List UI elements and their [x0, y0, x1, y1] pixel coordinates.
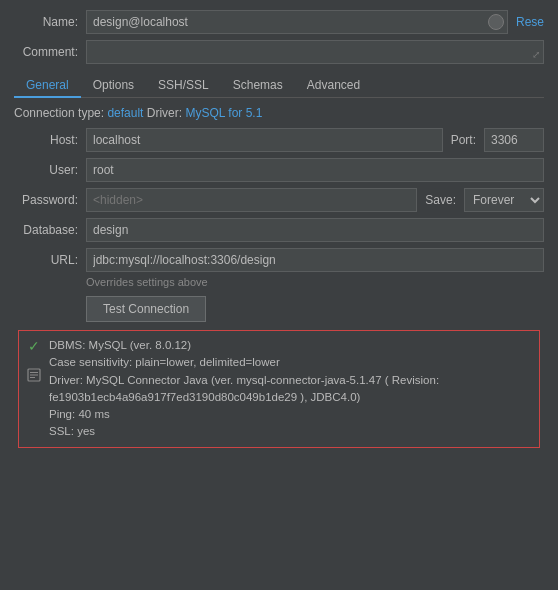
comment-input[interactable] [86, 40, 544, 64]
driver-prefix: Driver: [143, 106, 185, 120]
tab-general[interactable]: General [14, 74, 81, 98]
result-line3: Driver: MySQL Connector Java (ver. mysql… [49, 372, 531, 407]
url-label: URL: [14, 253, 86, 267]
result-line4: Ping: 40 ms [49, 406, 531, 423]
port-label: Port: [451, 133, 476, 147]
user-row: User: [14, 158, 544, 182]
comment-row: Comment: ⤢ [14, 40, 544, 64]
result-line1: DBMS: MySQL (ver. 8.0.12) [49, 337, 531, 354]
database-row: Database: [14, 218, 544, 242]
conn-type-label: Connection type: [14, 106, 107, 120]
svg-rect-3 [30, 377, 35, 378]
host-input[interactable] [86, 128, 443, 152]
name-clear-button[interactable] [488, 14, 504, 30]
save-select[interactable]: Forever Session Never [464, 188, 544, 212]
password-label: Password: [14, 193, 86, 207]
dialog: Name: Rese Comment: ⤢ General Options SS… [0, 0, 558, 590]
user-label: User: [14, 163, 86, 177]
host-label: Host: [14, 133, 86, 147]
user-input[interactable] [86, 158, 544, 182]
comment-label: Comment: [14, 45, 86, 59]
result-icons: ✓ [27, 337, 41, 385]
tabs: General Options SSH/SSL Schemas Advanced [14, 74, 544, 98]
save-label: Save: [425, 193, 456, 207]
conn-type-value: default [107, 106, 143, 120]
name-label: Name: [14, 15, 86, 29]
reset-link[interactable]: Rese [516, 15, 544, 29]
name-input-wrap [86, 10, 508, 34]
tab-advanced[interactable]: Advanced [295, 74, 372, 98]
info-icon [27, 368, 41, 385]
expand-icon[interactable]: ⤢ [532, 49, 540, 60]
name-input[interactable] [86, 10, 508, 34]
result-text: DBMS: MySQL (ver. 8.0.12) Case sensitivi… [49, 337, 531, 441]
tab-sshssl[interactable]: SSH/SSL [146, 74, 221, 98]
svg-rect-2 [30, 375, 38, 376]
comment-input-wrap: ⤢ [86, 40, 544, 64]
result-line2: Case sensitivity: plain=lower, delimited… [49, 354, 531, 371]
host-port-row: Host: Port: [14, 128, 544, 152]
check-icon: ✓ [28, 338, 40, 354]
driver-value: MySQL for 5.1 [185, 106, 262, 120]
url-subtext: Overrides settings above [86, 276, 544, 288]
database-input[interactable] [86, 218, 544, 242]
password-row: Password: Save: Forever Session Never [14, 188, 544, 212]
connection-info: Connection type: default Driver: MySQL f… [14, 106, 544, 120]
tab-options[interactable]: Options [81, 74, 146, 98]
svg-rect-1 [30, 372, 38, 373]
url-row: URL: [14, 248, 544, 272]
port-input[interactable] [484, 128, 544, 152]
name-row: Name: Rese [14, 10, 544, 34]
database-label: Database: [14, 223, 86, 237]
test-connection-button[interactable]: Test Connection [86, 296, 206, 322]
result-box: ✓ DBMS: MySQL (ver. 8.0.12) Case sensiti… [18, 330, 540, 448]
url-input[interactable] [86, 248, 544, 272]
tab-schemas[interactable]: Schemas [221, 74, 295, 98]
result-line5: SSL: yes [49, 423, 531, 440]
password-input[interactable] [86, 188, 417, 212]
